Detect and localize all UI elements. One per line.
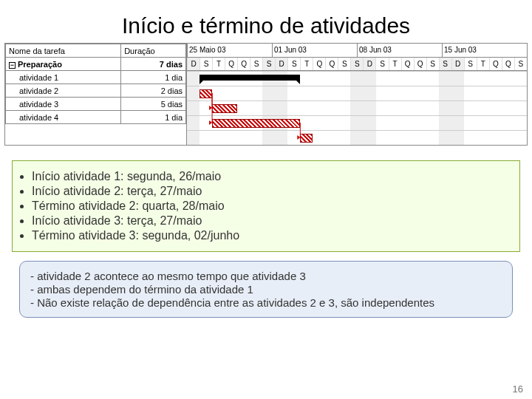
day-cell: S <box>464 58 477 70</box>
day-header: DSTQQSSDSTQQSSDSTQQSSDSTQQS <box>187 57 527 70</box>
task-duration: 1 dia <box>121 111 186 124</box>
day-cell: S <box>250 58 262 70</box>
task-name: atividade 3 <box>6 98 121 111</box>
day-cell: Q <box>502 58 514 70</box>
collapse-icon[interactable]: − <box>9 62 16 69</box>
note-line: - atividade 2 acontece ao mesmo tempo qu… <box>30 270 502 282</box>
gantt-chart: 25 Maio 0301 Jun 0308 Jun 0315 Jun 03 DS… <box>187 44 527 145</box>
task-duration: 1 dia <box>121 71 186 84</box>
note-line: - Não existe relação de dependência entr… <box>30 296 502 309</box>
task-name: atividade 2 <box>6 84 121 98</box>
day-cell: Q <box>489 58 502 70</box>
table-row: atividade 4 1 dia <box>6 111 186 124</box>
table-row: atividade 1 1 dia <box>6 71 186 84</box>
bullet-item: Início atividade 2: terça, 27/maio <box>32 185 509 198</box>
dependency-link <box>187 71 527 145</box>
task-name: Preparação <box>18 60 62 69</box>
day-cell: D <box>187 58 200 70</box>
day-cell: T <box>477 58 489 70</box>
col-task-header: Nome da tarefa <box>6 44 121 58</box>
day-cell: D <box>363 58 375 70</box>
day-cell: S <box>200 58 212 70</box>
table-row: atividade 3 5 dias <box>6 98 186 111</box>
day-cell: Q <box>225 58 237 70</box>
day-cell: S <box>426 58 439 70</box>
bullet-list: Início atividade 1: segunda, 26/maio Iní… <box>12 160 520 252</box>
bullet-item: Término atividade 3: segunda, 02/junho <box>32 229 509 242</box>
week-cell: 01 Jun 03 <box>272 44 357 57</box>
day-cell: S <box>338 58 350 70</box>
day-cell: Q <box>325 58 338 70</box>
day-cell: Q <box>313 58 325 70</box>
day-cell: S <box>375 58 388 70</box>
week-cell: 25 Maio 03 <box>187 44 272 57</box>
task-name: atividade 1 <box>6 71 121 84</box>
day-cell: D <box>451 58 464 70</box>
task-table: Nome da tarefa Duração −Preparação 7 dia… <box>5 44 187 145</box>
day-cell: S <box>439 58 451 70</box>
day-cell: D <box>275 58 287 70</box>
bullet-item: Início atividade 3: terça, 27/maio <box>32 214 509 228</box>
day-cell: Q <box>401 58 414 70</box>
task-duration: 2 dias <box>121 84 186 98</box>
week-cell: 15 Jun 03 <box>442 44 527 57</box>
page-title: Início e término de atividades <box>0 0 532 43</box>
bullet-item: Início atividade 1: segunda, 26/maio <box>32 170 509 183</box>
note-box: - atividade 2 acontece ao mesmo tempo qu… <box>19 261 513 318</box>
task-name: atividade 4 <box>6 111 121 124</box>
week-header: 25 Maio 0301 Jun 0308 Jun 0315 Jun 03 <box>187 44 527 57</box>
col-duration-header: Duração <box>121 44 186 58</box>
bar-area <box>187 71 527 145</box>
day-cell: Q <box>237 58 250 70</box>
table-row: atividade 2 2 dias <box>6 84 186 98</box>
task-duration: 7 dias <box>121 58 186 71</box>
day-cell: T <box>389 58 401 70</box>
gantt-container: Nome da tarefa Duração −Preparação 7 dia… <box>4 43 528 146</box>
table-row: −Preparação 7 dias <box>6 58 186 71</box>
day-cell: S <box>262 58 275 70</box>
week-cell: 08 Jun 03 <box>357 44 442 57</box>
bullet-item: Término atividade 2: quarta, 28/maio <box>32 200 509 213</box>
page-number: 16 <box>513 383 523 395</box>
day-cell: S <box>514 58 527 70</box>
day-cell: S <box>287 58 300 70</box>
day-cell: T <box>300 58 313 70</box>
task-duration: 5 dias <box>121 98 186 111</box>
note-line: - ambas dependem do término da atividade… <box>30 283 502 296</box>
day-cell: T <box>212 58 225 70</box>
day-cell: S <box>350 58 363 70</box>
day-cell: Q <box>414 58 426 70</box>
